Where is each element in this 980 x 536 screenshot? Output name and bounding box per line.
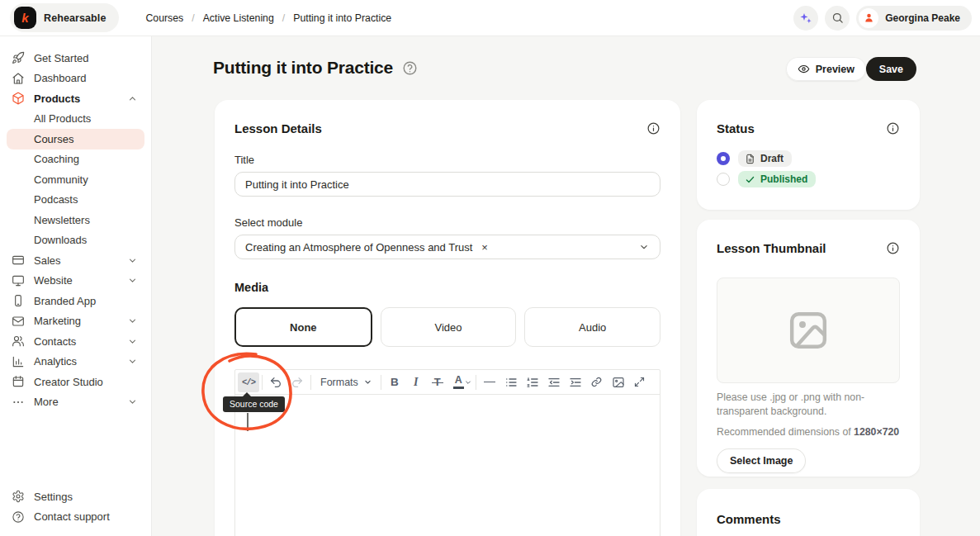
media-option-label: Video (435, 321, 462, 334)
horizontal-rule-button[interactable] (479, 372, 500, 392)
bullet-list-button[interactable] (500, 372, 522, 392)
media-option-none[interactable]: None (234, 307, 372, 347)
italic-icon: I (414, 376, 418, 389)
published-label: Published (760, 173, 807, 185)
sidebar-item-contact-support[interactable]: Contact support (7, 507, 144, 528)
sidebar-item-podcasts[interactable]: Podcasts (7, 190, 144, 211)
users-icon (12, 334, 25, 348)
app-logo[interactable]: k Rehearsable (10, 3, 119, 32)
status-option-draft[interactable]: Draft (717, 149, 900, 168)
document-icon (745, 154, 755, 164)
breadcrumb-active-listening[interactable]: Active Listening (203, 12, 274, 24)
sidebar-item-label: Dashboard (34, 72, 138, 84)
strikethrough-button[interactable]: T (427, 372, 448, 392)
sidebar-item-label: More (34, 396, 127, 408)
user-name: Georgina Peake (885, 12, 960, 24)
strikethrough-icon: T (434, 376, 441, 388)
info-icon[interactable] (886, 121, 900, 135)
source-code-button[interactable]: </> (238, 372, 259, 392)
numbered-list-button[interactable] (522, 372, 543, 392)
sidebar: Get Started Dashboard Products All Produ… (0, 36, 152, 536)
sidebar-item-courses[interactable]: Courses (7, 129, 144, 149)
sidebar-item-marketing[interactable]: Marketing (7, 311, 144, 332)
help-icon[interactable] (402, 60, 418, 76)
sidebar-item-website[interactable]: Website (7, 271, 144, 292)
sidebar-item-coaching[interactable]: Coaching (7, 149, 144, 170)
module-select[interactable]: Creating an Atmosphere of Openness and T… (234, 235, 660, 259)
sidebar-item-branded-app[interactable]: Branded App (7, 291, 144, 311)
breadcrumb: Courses / Active Listening / Putting it … (145, 12, 391, 24)
rich-text-editor: </> Formats B I T A (234, 369, 660, 536)
radio-unselected[interactable] (717, 173, 730, 186)
mail-icon (12, 315, 25, 328)
sidebar-item-downloads[interactable]: Downloads (7, 230, 144, 251)
sidebar-item-creator-studio[interactable]: Creator Studio (7, 372, 144, 392)
text-color-button[interactable]: A (448, 372, 473, 392)
text-caret (247, 413, 249, 431)
radio-selected[interactable] (717, 152, 730, 165)
bold-button[interactable]: B (384, 372, 405, 392)
breadcrumb-separator: / (282, 12, 285, 24)
sidebar-item-more[interactable]: More (7, 392, 144, 413)
sidebar-item-community[interactable]: Community (7, 169, 144, 190)
save-button[interactable]: Save (866, 57, 916, 81)
image-placeholder-icon (785, 307, 831, 353)
bold-icon: B (391, 376, 399, 388)
sidebar-item-all-products[interactable]: All Products (7, 109, 144, 130)
user-menu[interactable]: Georgina Peake (856, 6, 972, 31)
indent-button[interactable] (565, 372, 586, 392)
sidebar-item-analytics[interactable]: Analytics (7, 352, 144, 372)
ai-assistant-button[interactable] (793, 6, 818, 31)
redo-button[interactable] (286, 372, 308, 392)
fullscreen-button[interactable] (629, 372, 651, 392)
main-content: Putting it into Practice Preview Save Le… (152, 36, 980, 536)
sidebar-item-label: Get Started (34, 52, 138, 64)
status-card: Status Draft Published (697, 100, 920, 210)
calendar-icon (12, 375, 25, 388)
breadcrumb-courses[interactable]: Courses (145, 12, 183, 24)
toolbar-separator (381, 375, 381, 390)
kajabi-logo-icon: k (14, 7, 36, 29)
select-image-label: Select Image (730, 455, 793, 467)
sidebar-item-sales[interactable]: Sales (7, 250, 144, 271)
select-image-button[interactable]: Select Image (717, 448, 806, 473)
undo-icon (269, 376, 282, 389)
status-option-published[interactable]: Published (717, 169, 900, 189)
editor-toolbar: </> Formats B I T A (235, 370, 660, 395)
media-option-audio[interactable]: Audio (524, 307, 660, 347)
formats-dropdown[interactable]: Formats (314, 372, 378, 392)
sidebar-item-label: Branded App (34, 295, 138, 307)
fullscreen-icon (633, 376, 646, 388)
title-input[interactable]: Putting it into Practice (234, 172, 660, 197)
sidebar-item-contacts[interactable]: Contacts (7, 331, 144, 352)
module-chip-label: Creating an Atmosphere of Openness and T… (245, 241, 472, 254)
insert-link-button[interactable] (586, 372, 608, 392)
module-chip-remove-icon[interactable]: × (481, 242, 488, 253)
search-button[interactable] (825, 6, 850, 31)
italic-button[interactable]: I (405, 372, 427, 392)
info-icon[interactable] (886, 241, 900, 255)
person-icon (864, 12, 874, 23)
sidebar-item-settings[interactable]: Settings (7, 486, 144, 507)
outdent-button[interactable] (543, 372, 565, 392)
media-option-label: None (290, 321, 317, 334)
sidebar-item-get-started[interactable]: Get Started (7, 48, 144, 69)
sidebar-item-newsletters[interactable]: Newsletters (7, 210, 144, 230)
toolbar-separator (310, 375, 311, 390)
lesson-details-heading: Lesson Details (234, 121, 322, 135)
sidebar-item-label: All Products (34, 112, 138, 125)
insert-image-button[interactable] (608, 372, 629, 392)
preview-label: Preview (816, 64, 855, 75)
sidebar-item-dashboard[interactable]: Dashboard (7, 69, 144, 89)
credit-card-icon (12, 254, 25, 267)
sidebar-item-products[interactable]: Products (7, 88, 144, 109)
undo-button[interactable] (265, 372, 286, 392)
media-option-video[interactable]: Video (381, 307, 517, 347)
editor-content-area[interactable] (235, 395, 660, 536)
thumbnail-placeholder[interactable] (717, 277, 900, 383)
info-icon[interactable] (646, 121, 660, 135)
image-icon (612, 376, 625, 389)
source-code-tooltip: Source code (223, 396, 285, 412)
thumbnail-format-hint: Please use .jpg or .png with non-transpa… (717, 391, 900, 420)
preview-button[interactable]: Preview (786, 57, 866, 81)
